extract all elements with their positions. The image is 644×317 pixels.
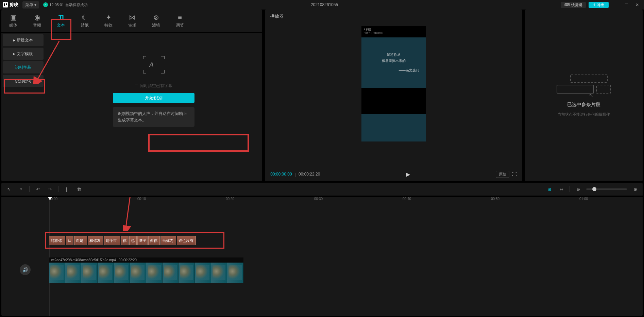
menu-button[interactable]: 菜单 ▾: [22, 1, 39, 9]
snap-toggle[interactable]: ⊞: [545, 185, 553, 193]
properties-panel: ↖ 已选中多条片段 当前状态不能进行任何编辑操作: [525, 10, 643, 181]
tab-transition[interactable]: ⋈转场: [120, 10, 144, 32]
sidebar-recognize-subtitle[interactable]: 识别字幕: [3, 61, 44, 73]
minimize-button[interactable]: —: [611, 2, 620, 7]
zoom-in-button[interactable]: ⊕: [631, 185, 639, 193]
transition-icon: ⋈: [129, 14, 136, 21]
text-icon: TI: [57, 14, 65, 21]
recognize-description: 识别视频中的人声，并自动在时间轴上生成字幕文本。: [113, 107, 194, 127]
zoom-out-button[interactable]: ⊖: [574, 185, 582, 193]
filter-icon: ⊗: [152, 14, 160, 21]
subtitle-clip[interactable]: 也: [129, 236, 137, 245]
video-clip-label: ec2ae47e29f4ef408aeab39c5d1f7b2e.mp4 00:…: [49, 257, 243, 263]
text-sidebar: ▸ 新建文本 ▸ 文字模板 识别字幕 识别歌词: [1, 33, 45, 181]
sticker-icon: ☾: [81, 14, 88, 21]
redo-button[interactable]: ↷: [46, 185, 54, 193]
material-panel: ▣媒体 ◉音频 TI文本 ☾贴纸 ✦特效 ⋈转场 ⊗滤镜 ≡调节 ▸ 新建文本 …: [1, 10, 262, 181]
svg-rect-2: [6, 3, 7, 5]
timeline-ruler[interactable]: 00:00 00:10 00:20 00:30 00:40 00:50 01:0…: [1, 197, 643, 205]
subtitle-clip[interactable]: 而是: [74, 236, 87, 245]
selection-tool[interactable]: ↖: [5, 185, 13, 193]
placeholder-graphic: ↖: [557, 74, 611, 98]
adjust-icon: ≡: [176, 14, 184, 21]
effect-icon: ✦: [105, 14, 112, 21]
tab-text[interactable]: TI文本: [49, 10, 73, 32]
playhead[interactable]: [50, 197, 50, 316]
subtitle-clip[interactable]: 但你: [148, 236, 160, 245]
sidebar-new-text[interactable]: ▸ 新建文本: [3, 34, 44, 46]
subtitle-track: 能将你 从 而是 和你发 这个世 你 也 甚至 但你 当你内 谁也没有: [1, 236, 643, 249]
tab-effect[interactable]: ✦特效: [97, 10, 120, 32]
subtitle-clip[interactable]: 从: [66, 236, 73, 245]
tab-filter[interactable]: ⊗滤镜: [144, 10, 168, 32]
split-tool[interactable]: ‖: [63, 185, 71, 193]
selection-dropdown[interactable]: ▼: [17, 185, 25, 193]
fullscreen-button[interactable]: ⛶: [512, 171, 517, 177]
subtitle-clip[interactable]: 谁也没有: [177, 236, 196, 245]
shortcut-button[interactable]: ⌨快捷键: [561, 2, 586, 8]
video-content-text: 能将你从 低谷里拖出来的 ——杂文选刊: [361, 37, 426, 88]
titlebar: 剪映 菜单 ▾ ✓ 12:05:01 自动保存成功 202108261055 ⌨…: [0, 0, 644, 10]
audio-icon: ◉: [33, 14, 41, 21]
total-time: 00:00:22:20: [299, 172, 320, 177]
autosave-time: 12:05:01: [49, 3, 64, 7]
timeline-toolbar: ↖ ▼ ↶ ↷ ‖ 🗑 ⊞ ⇔ ⊖ ⊕: [1, 183, 643, 196]
video-watermark: ♪ 抖音 抖音号：xxxxxxxx: [361, 26, 426, 37]
timeline[interactable]: 00:00 00:10 00:20 00:30 00:40 00:50 01:0…: [1, 197, 643, 316]
properties-subtitle: 当前状态不能进行任何编辑操作: [558, 112, 610, 117]
svg-rect-1: [4, 3, 5, 6]
properties-title: 已选中多条片段: [567, 102, 600, 108]
tab-adjust[interactable]: ≡调节: [168, 10, 192, 32]
subtitle-clip[interactable]: 你: [121, 236, 129, 245]
subtitle-clip[interactable]: 这个世: [104, 236, 120, 245]
subtitle-clip[interactable]: 和你发: [88, 236, 103, 245]
app-logo: 剪映: [3, 2, 18, 8]
player-viewport[interactable]: ♪ 抖音 抖音号：xxxxxxxx 能将你从 低谷里拖出来的 ——杂文选刊: [265, 23, 522, 167]
export-button[interactable]: ⇧导出: [589, 2, 609, 8]
player-header: 播放器: [265, 10, 522, 23]
player-panel: 播放器 ♪ 抖音 抖音号：xxxxxxxx 能将你从 低谷里拖出来的 ——杂文选…: [265, 10, 522, 181]
subtitle-clip[interactable]: 当你内: [160, 236, 176, 245]
media-icon: ▣: [10, 14, 17, 21]
category-tabs: ▣媒体 ◉音频 TI文本 ☾贴纸 ✦特效 ⋈转场 ⊗滤镜 ≡调节: [1, 10, 262, 33]
button-highlight-annotation: [148, 134, 249, 152]
svg-rect-0: [3, 2, 8, 7]
subtitle-clip[interactable]: 能将你: [49, 236, 65, 245]
sidebar-text-template[interactable]: ▸ 文字模板: [3, 48, 44, 60]
sidebar-recognize-lyrics[interactable]: 识别歌词: [3, 75, 44, 87]
recognize-panel: A⋮ ☐ 同时清空已有字幕 开始识别 识别视频中的人声，并自动在时间轴上生成字幕…: [45, 33, 262, 181]
close-button[interactable]: ✕: [633, 2, 641, 7]
track-mute-button[interactable]: 🔊: [20, 264, 31, 275]
keyboard-icon: ⌨: [564, 3, 570, 7]
undo-button[interactable]: ↶: [34, 185, 42, 193]
check-icon: ✓: [43, 2, 48, 7]
tab-media[interactable]: ▣媒体: [1, 10, 25, 32]
start-recognize-button[interactable]: 开始识别: [113, 93, 194, 103]
project-title: 202108261055: [92, 2, 557, 7]
video-preview: ♪ 抖音 抖音号：xxxxxxxx 能将你从 低谷里拖出来的 ——杂文选刊: [361, 26, 426, 141]
delete-tool[interactable]: 🗑: [75, 185, 83, 193]
zoom-slider[interactable]: [586, 188, 627, 190]
recognize-icon: A⋮: [143, 56, 164, 73]
clear-existing-checkbox[interactable]: ☐ 同时清空已有字幕: [135, 83, 172, 89]
video-track: ec2ae47e29f4ef408aeab39c5d1f7b2e.mp4 00:…: [49, 257, 243, 283]
subtitle-clip[interactable]: 甚至: [137, 236, 148, 245]
app-name: 剪映: [10, 2, 18, 8]
tab-audio[interactable]: ◉音频: [25, 10, 49, 32]
original-ratio-button[interactable]: 原始: [496, 171, 509, 178]
export-icon: ⇧: [593, 3, 596, 7]
video-clip[interactable]: [49, 263, 243, 283]
logo-icon: [3, 2, 8, 7]
play-button[interactable]: ▶: [323, 171, 493, 178]
align-tool[interactable]: ⇔: [557, 185, 565, 193]
autosave-status: ✓ 12:05:01 自动保存成功: [43, 2, 88, 7]
tab-sticker[interactable]: ☾贴纸: [73, 10, 97, 32]
autosave-text: 自动保存成功: [65, 2, 88, 7]
current-time: 00:00:00:00: [270, 172, 292, 177]
maximize-button[interactable]: ☐: [622, 2, 630, 7]
player-controls: 00:00:00:00 | 00:00:22:20 ▶ 原始 ⛶: [265, 167, 522, 181]
